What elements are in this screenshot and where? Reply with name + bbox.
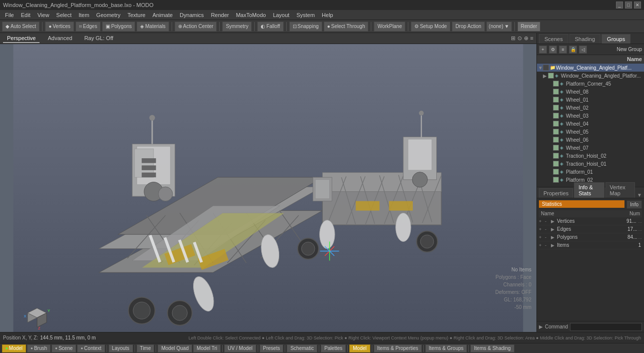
tree-checkbox[interactable] [553, 169, 559, 175]
tree-item-wheel-02[interactable]: ◈ Wheel_02 [537, 104, 644, 112]
tab-groups[interactable]: Groups [601, 34, 630, 44]
menu-layout[interactable]: Layout [270, 11, 292, 19]
tree-item-wheel-07[interactable]: ◈ Wheel_07 [537, 144, 644, 152]
tree-checkbox[interactable] [553, 97, 559, 103]
expand-icon[interactable]: ▼ [538, 65, 543, 71]
items-shading-button[interactable]: Items & Shading [470, 344, 514, 352]
mode-context-button[interactable]: ● Context [77, 344, 105, 352]
tree-checkbox[interactable] [553, 121, 559, 127]
stats-row-edges[interactable]: + - ▶ Edges 17... ... [539, 225, 642, 233]
scene-tree[interactable]: ▼ 📁 Window_Cleaning_Angled_Platf... ▶ ◈ … [537, 64, 644, 187]
menu-geometry[interactable]: Geometry [93, 11, 123, 19]
menu-select[interactable]: Select [53, 11, 75, 19]
menu-edit[interactable]: Edit [18, 11, 34, 19]
uv-model-button[interactable]: UV / Model [224, 344, 256, 352]
tab-properties[interactable]: Properties [539, 188, 573, 198]
drop-action-button[interactable]: Drop Action [452, 22, 485, 32]
viewport-fit-icon[interactable]: ⊞ [511, 35, 515, 42]
tree-checkbox[interactable] [553, 161, 559, 167]
tree-item-traction-hoist-02[interactable]: ◈ Traction_Hoist_02 [537, 152, 644, 160]
menu-dynamics[interactable]: Dynamics [177, 11, 207, 19]
menu-render[interactable]: Render [208, 11, 232, 19]
schematic-button[interactable]: Schematic [287, 344, 317, 352]
menu-file[interactable]: File [2, 11, 17, 19]
close-button[interactable]: ✕ [634, 2, 641, 9]
auto-select-button[interactable]: ◆ Auto Select [2, 22, 40, 32]
tree-checkbox[interactable] [553, 145, 559, 151]
tree-checkbox[interactable] [553, 81, 559, 87]
time-button[interactable]: Time [137, 344, 155, 352]
tree-checkbox[interactable] [553, 105, 559, 111]
tab-vertex-map[interactable]: Vertex Map [605, 182, 635, 198]
new-group-button[interactable]: + [539, 46, 547, 54]
tree-item-platform-01[interactable]: ◈ Platform_01 [537, 168, 644, 176]
expand-items-icon[interactable]: + [539, 243, 545, 248]
tree-item-wheel-03[interactable]: ◈ Wheel_03 [537, 112, 644, 120]
stats-row-vertices[interactable]: + - ▶ Vertices 91... ... [539, 217, 642, 225]
items-groups-button[interactable]: Items & Groups [425, 344, 467, 352]
collapse-polygons-icon[interactable]: - [545, 235, 551, 240]
stats-row-items[interactable]: + - ▶ Items 1 [539, 241, 642, 249]
tree-item-wheel-04[interactable]: ◈ Wheel_04 [537, 120, 644, 128]
viewport-canvas[interactable]: X Y Z No Items Polygons : Face Channels … [0, 44, 536, 332]
tab-ray-gl[interactable]: Ray GL: Off [80, 34, 117, 43]
collapse-items-icon[interactable]: - [545, 243, 551, 248]
arrow-edges-icon[interactable]: ▶ [551, 227, 557, 232]
menu-help[interactable]: Help [319, 11, 336, 19]
tab-scenes[interactable]: Scenes [539, 34, 568, 44]
command-input[interactable] [570, 323, 642, 331]
mode-brush-button[interactable]: ● Brush [27, 344, 51, 352]
groups-list-icon[interactable]: ≡ [559, 46, 567, 54]
tab-perspective[interactable]: Perspective [3, 34, 40, 43]
layouts-button[interactable]: Layouts [109, 344, 133, 352]
info-tab[interactable]: Info [626, 200, 642, 209]
expand-icon[interactable]: ▶ [543, 73, 548, 79]
expand-command-icon[interactable]: ▶ [539, 324, 543, 329]
select-through-button[interactable]: ● Select Through [324, 22, 369, 32]
collapse-vertices-icon[interactable]: - [545, 219, 551, 224]
viewport-zoom-icon[interactable]: ⊙ [517, 35, 522, 42]
stats-row-polygons[interactable]: + - ▶ Polygons 84... ... [539, 233, 642, 241]
vertices-button[interactable]: ● Vertices [45, 22, 74, 32]
tree-item-traction-hoist-01[interactable]: ◈ Traction_Hoist_01 [537, 160, 644, 168]
materials-button[interactable]: ◈ Materials [137, 22, 169, 32]
tree-item-wheel-06[interactable]: ◈ Wheel_06 [537, 136, 644, 144]
tab-advanced[interactable]: Advanced [44, 34, 76, 43]
action-center-button[interactable]: ⊕ Action Center [175, 22, 217, 32]
maximize-button[interactable]: □ [625, 2, 632, 9]
tree-checkbox[interactable] [553, 89, 559, 95]
menu-system[interactable]: System [293, 11, 318, 19]
expand-vertices-icon[interactable]: + [539, 219, 545, 224]
polygons-button[interactable]: ▣ Polygons [102, 22, 135, 32]
tree-item-wheel-05[interactable]: ◈ Wheel_05 [537, 128, 644, 136]
mode-scene-button[interactable]: ● Scene [52, 344, 76, 352]
menu-animate[interactable]: Animate [150, 11, 176, 19]
setup-mode-button[interactable]: ⚙ Setup Mode [411, 22, 450, 32]
falloff-button[interactable]: ◐ Falloff [257, 22, 283, 32]
snapping-button[interactable]: ⊡ Snapping [289, 22, 322, 32]
symmetry-button[interactable]: Symmetry [222, 22, 252, 32]
tab-shading[interactable]: Shading [569, 34, 600, 44]
tree-checkbox[interactable] [553, 153, 559, 159]
menu-item[interactable]: Item [76, 11, 92, 19]
tree-item-main-group[interactable]: ▶ ◈ Window_Cleaning_Angled_Platfor... [537, 72, 644, 80]
tree-item-wheel-01[interactable]: ◈ Wheel_01 [537, 96, 644, 104]
viewport-expand-icon[interactable]: ⊕ [524, 35, 528, 42]
expand-polygons-icon[interactable]: + [539, 235, 545, 240]
tree-checkbox[interactable] [548, 73, 554, 79]
drop-action-dropdown[interactable]: (none) ▼ [486, 22, 512, 32]
workplane-button[interactable]: WorkPlane [374, 22, 405, 32]
minimize-button[interactable]: _ [616, 2, 623, 9]
menu-texture[interactable]: Texture [125, 11, 149, 19]
tree-checkbox[interactable] [553, 129, 559, 135]
tree-item-wheel-08[interactable]: ◈ Wheel_08 [537, 88, 644, 96]
menu-maxtomodo[interactable]: MaxToModo [233, 11, 269, 19]
edges-button[interactable]: ⌗ Edges [76, 22, 101, 32]
title-bar-controls[interactable]: _ □ ✕ [616, 2, 641, 9]
expand-edges-icon[interactable]: + [539, 227, 545, 232]
presets-button[interactable]: Presets [260, 344, 284, 352]
tab-info-stats[interactable]: Info & Stats [574, 182, 604, 198]
arrow-items-icon[interactable]: ▶ [551, 243, 557, 248]
tree-checkbox[interactable] [553, 113, 559, 119]
model-tri-button[interactable]: Model Tri [193, 344, 221, 352]
